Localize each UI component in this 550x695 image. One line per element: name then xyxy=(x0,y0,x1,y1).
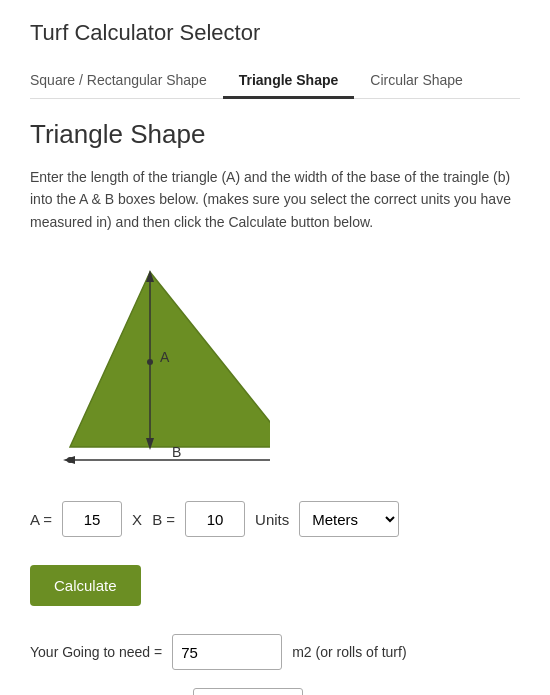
result1-unit: m2 (or rolls of turf) xyxy=(292,644,406,660)
tab-nav: Square / Rectangular Shape Triangle Shap… xyxy=(30,64,520,99)
tab-circular[interactable]: Circular Shape xyxy=(354,64,479,99)
result1-row: Your Going to need = m2 (or rolls of tur… xyxy=(30,634,520,670)
svg-point-4 xyxy=(147,359,153,365)
units-select[interactable]: Meters Feet Yards xyxy=(299,501,399,537)
tab-triangle[interactable]: Triangle Shape xyxy=(223,64,355,99)
section-description: Enter the length of the triangle (A) and… xyxy=(30,166,520,233)
svg-text:B: B xyxy=(172,444,181,460)
a-input[interactable] xyxy=(62,501,122,537)
page-title: Turf Calculator Selector xyxy=(30,20,520,46)
triangle-diagram: A B xyxy=(30,257,520,477)
tab-square[interactable]: Square / Rectangular Shape xyxy=(30,64,223,99)
units-label: Units xyxy=(255,511,289,528)
result2-row: Including an extra 5% = m2 (or rolls of … xyxy=(30,688,520,695)
result1-input[interactable] xyxy=(172,634,282,670)
b-label: B = xyxy=(152,511,175,528)
b-input[interactable] xyxy=(185,501,245,537)
triangle-svg: A B xyxy=(50,257,270,477)
inputs-row: A = X B = Units Meters Feet Yards xyxy=(30,501,520,537)
a-label: A = xyxy=(30,511,52,528)
result2-input[interactable] xyxy=(193,688,303,695)
svg-point-9 xyxy=(67,457,73,463)
result1-label: Your Going to need = xyxy=(30,644,162,660)
calculate-button[interactable]: Calculate xyxy=(30,565,141,606)
svg-text:A: A xyxy=(160,349,170,365)
section-title: Triangle Shape xyxy=(30,119,520,150)
multiplier-symbol: X xyxy=(132,511,142,528)
svg-marker-0 xyxy=(70,272,270,447)
